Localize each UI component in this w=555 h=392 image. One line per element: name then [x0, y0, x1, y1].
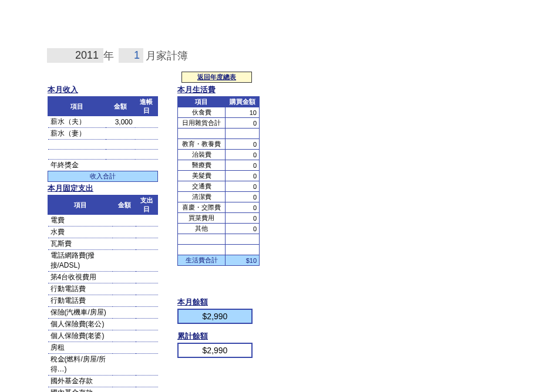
fixed-amount-cell[interactable] [113, 376, 136, 387]
fixed-date-cell[interactable] [136, 387, 157, 393]
income-date-cell[interactable] [135, 116, 158, 128]
month-balance-value: $2,990 [177, 309, 253, 324]
fixed-date-cell[interactable] [136, 283, 157, 295]
fixed-amount-cell[interactable] [113, 342, 136, 354]
living-amount-cell[interactable]: 0 [226, 192, 260, 202]
fixed-header: 項目 金額 支出日 [48, 195, 158, 215]
fixed-item-cell[interactable]: 房租 [48, 342, 113, 354]
fixed-date-cell[interactable] [136, 238, 157, 250]
living-amount-cell[interactable]: 0 [226, 150, 260, 160]
fixed-item-cell[interactable]: 第4台收視費用 [48, 272, 113, 283]
fixed-amount-cell[interactable] [113, 307, 136, 319]
fixed-amount-cell[interactable] [113, 227, 136, 238]
fixed-date-cell[interactable] [136, 295, 157, 307]
living-item-cell[interactable] [178, 245, 226, 255]
living-amount-cell[interactable] [226, 234, 260, 245]
fixed-item-cell[interactable]: 國外基金存款 [48, 376, 113, 387]
income-amount-cell[interactable]: 3,000 [106, 116, 134, 128]
fixed-date-cell[interactable] [136, 250, 157, 272]
income-date-cell[interactable] [135, 128, 158, 140]
fixed-date-cell[interactable] [136, 376, 157, 387]
living-item-cell[interactable]: 美髮費 [178, 171, 226, 181]
living-item-cell[interactable]: 清潔費 [178, 192, 226, 202]
living-item-cell[interactable]: 買菜費用 [178, 213, 226, 224]
income-amount-cell[interactable] [106, 150, 134, 160]
table-row: 電話網路費(撥接/ADSL) [48, 250, 158, 272]
fixed-date-cell[interactable] [136, 272, 157, 283]
table-row: 水費 [48, 227, 158, 238]
fixed-item-cell[interactable]: 行動電話費 [48, 295, 113, 307]
table-row: 房租 [48, 342, 158, 354]
income-date-cell[interactable] [135, 160, 158, 171]
fixed-item-cell[interactable]: 保險(汽機車/房屋) [48, 307, 113, 319]
income-item-cell[interactable] [48, 150, 106, 160]
living-total-value: $10 [226, 255, 260, 266]
fixed-item-cell[interactable]: 行動電話費 [48, 283, 113, 295]
living-amount-cell[interactable] [226, 245, 260, 255]
income-item-cell[interactable] [48, 140, 106, 150]
fixed-amount-cell[interactable] [113, 283, 136, 295]
cumulative-balance-section: 累計餘額 $2,990 [177, 331, 253, 358]
income-date-cell[interactable] [135, 140, 158, 150]
income-item-cell[interactable]: 薪水（妻） [48, 128, 106, 140]
living-item-cell[interactable]: 教育・教養費 [178, 139, 226, 150]
fixed-item-cell[interactable]: 電話網路費(撥接/ADSL) [48, 250, 113, 272]
fixed-item-cell[interactable]: 瓦斯費 [48, 238, 113, 250]
fixed-date-cell[interactable] [136, 227, 157, 238]
living-item-cell[interactable]: 伙食費 [178, 107, 226, 118]
living-amount-cell[interactable]: 0 [226, 139, 260, 150]
table-row: 清潔費0 [178, 192, 260, 202]
living-amount-cell[interactable] [226, 129, 260, 139]
return-annual-link[interactable]: 返回年度總表 [181, 72, 252, 83]
income-item-cell[interactable]: 薪水（夫） [48, 116, 106, 128]
living-amount-cell[interactable]: 10 [226, 107, 260, 118]
living-amount-cell[interactable]: 0 [226, 171, 260, 181]
fixed-date-cell[interactable] [136, 215, 157, 227]
fixed-date-cell[interactable] [136, 342, 157, 354]
living-amount-cell[interactable]: 0 [226, 160, 260, 171]
year-suffix: 年 [103, 49, 114, 63]
fixed-item-cell[interactable]: 電費 [48, 215, 113, 227]
fixed-amount-cell[interactable] [113, 295, 136, 307]
fixed-date-cell[interactable] [136, 354, 157, 376]
living-item-cell[interactable] [178, 234, 226, 245]
living-amount-cell[interactable]: 0 [226, 224, 260, 234]
income-amount-cell[interactable] [106, 160, 134, 171]
fixed-amount-cell[interactable] [113, 215, 136, 227]
month-balance-section: 本月餘額 $2,990 [177, 297, 253, 324]
living-item-cell[interactable] [178, 129, 226, 139]
living-item-cell[interactable]: 其他 [178, 224, 226, 234]
fixed-amount-cell[interactable] [113, 330, 136, 342]
fixed-item-cell[interactable]: 個人保險費(老婆) [48, 330, 113, 342]
fixed-amount-cell[interactable] [113, 354, 136, 376]
income-item-cell[interactable]: 年終獎金 [48, 160, 106, 171]
fixed-date-cell[interactable] [136, 307, 157, 319]
income-amount-cell[interactable] [106, 128, 134, 140]
fixed-item-cell[interactable]: 個人保險費(老公) [48, 319, 113, 330]
fixed-amount-cell[interactable] [113, 272, 136, 283]
fixed-amount-cell[interactable] [113, 250, 136, 272]
living-amount-cell[interactable]: 0 [226, 213, 260, 224]
income-amount-cell[interactable] [106, 140, 134, 150]
table-row: 瓦斯費 [48, 238, 158, 250]
fixed-amount-cell[interactable] [113, 319, 136, 330]
living-hdr-amount: 購買金額 [226, 97, 260, 107]
fixed-amount-cell[interactable] [113, 238, 136, 250]
living-amount-cell[interactable]: 0 [226, 202, 260, 213]
fixed-item-cell[interactable]: 國內基金存款 [48, 387, 113, 393]
fixed-amount-cell[interactable] [113, 387, 136, 393]
living-item-cell[interactable]: 日用雜貨合計 [178, 118, 226, 129]
living-item-cell[interactable]: 治裝費 [178, 150, 226, 160]
fixed-date-cell[interactable] [136, 319, 157, 330]
living-item-cell[interactable]: 喜慶・交際費 [178, 202, 226, 213]
living-amount-cell[interactable]: 0 [226, 181, 260, 192]
table-row: 交通費0 [178, 181, 260, 192]
table-row [48, 140, 158, 150]
fixed-date-cell[interactable] [136, 330, 157, 342]
fixed-item-cell[interactable]: 稅金(燃料/房屋/所得…) [48, 354, 113, 376]
living-amount-cell[interactable]: 0 [226, 118, 260, 129]
living-item-cell[interactable]: 交通費 [178, 181, 226, 192]
fixed-item-cell[interactable]: 水費 [48, 227, 113, 238]
living-item-cell[interactable]: 醫療費 [178, 160, 226, 171]
income-date-cell[interactable] [135, 150, 158, 160]
